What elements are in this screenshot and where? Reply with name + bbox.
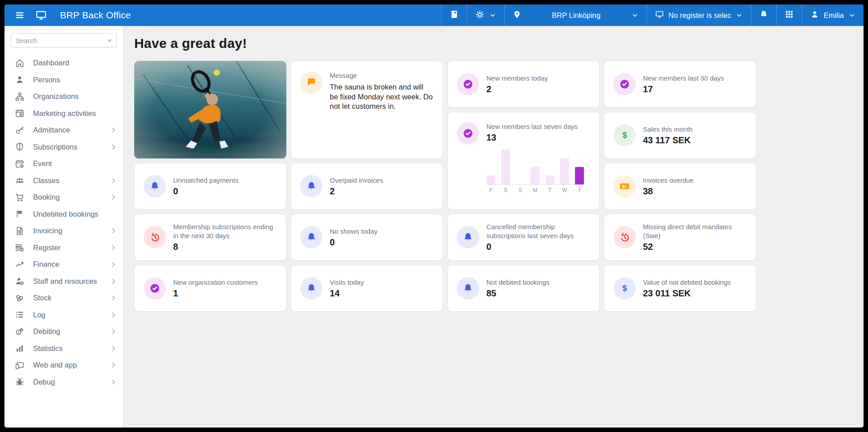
chart-bar <box>575 167 584 184</box>
card-photo <box>134 61 286 158</box>
shield-icon <box>14 141 25 152</box>
card-not-debited-bookings[interactable]: Not debited bookings85 <box>447 265 600 312</box>
dashboard-grid: MessageThe sauna is broken and will be f… <box>134 61 756 312</box>
settings-menu[interactable] <box>467 4 504 26</box>
card-value: 14 <box>330 288 434 299</box>
sidebar-item-stock[interactable]: Stock <box>4 290 123 307</box>
sidebar-item-event[interactable]: Event <box>4 155 123 172</box>
card-title: Not debited bookings <box>486 278 590 287</box>
sidebar-item-invoicing[interactable]: Invoicing <box>4 222 123 240</box>
sidebar-item-label: Staff and resources <box>33 277 110 286</box>
sidebar-item-label: Marketing activities <box>33 109 117 118</box>
chart-bar-label: W <box>560 187 569 193</box>
flag-icon <box>14 209 25 219</box>
card-value: 43 117 SEK <box>643 135 747 145</box>
sidebar-item-debug[interactable]: Debug <box>4 374 123 391</box>
card-invoices-overdue[interactable]: $= Invoices overdue38 <box>604 163 756 210</box>
sidebar-item-web-and-app[interactable]: Web and app <box>4 357 123 374</box>
card-cancelled-membership-subscriptions[interactable]: Cancelled membership subscriptions last … <box>447 214 600 261</box>
check-circle-icon <box>457 122 479 145</box>
sidebar-item-label: Finance <box>33 260 110 269</box>
sidebar-item-label: Organizations <box>33 92 117 101</box>
sidebar-item-finance[interactable]: Finance <box>4 256 123 273</box>
history-icon <box>144 226 166 248</box>
manual-button[interactable] <box>441 4 467 26</box>
search-input[interactable] <box>11 33 117 47</box>
card-membership-subscriptions-ending[interactable]: Membership subscriptions ending in the n… <box>134 214 286 261</box>
bell-icon <box>457 277 479 299</box>
sidebar-item-label: Undebited bookings <box>33 210 117 218</box>
sidebar-item-subscriptions[interactable]: Subscriptions <box>4 139 123 156</box>
card-value: 1 <box>173 288 277 299</box>
chevron-right-icon <box>110 244 117 251</box>
chevron-down-icon <box>106 37 113 46</box>
chevron-down-icon <box>631 12 638 19</box>
sidebar-item-log[interactable]: Log <box>4 307 123 324</box>
facility-selector[interactable]: BRP Linköping <box>504 4 647 26</box>
app-title: BRP Back Office <box>60 10 131 21</box>
notifications-button[interactable] <box>751 4 776 26</box>
cash-register-icon <box>14 242 25 253</box>
card-title: Unmatched payments <box>173 176 277 184</box>
sidebar-item-organizations[interactable]: Organizations <box>4 88 123 105</box>
card-new-members-last-seven-days[interactable]: New members last seven days13 FSSMTWT <box>447 112 600 210</box>
sidebar-item-booking[interactable]: Booking <box>4 189 123 206</box>
card-title: Value of not debited bookings <box>643 278 747 287</box>
sidebar-item-register[interactable]: Register <box>4 240 123 257</box>
bell-icon <box>300 277 323 299</box>
card-new-members-last-30-days[interactable]: New members last 30 days17 <box>604 61 756 107</box>
key-icon <box>14 125 25 136</box>
page-title: Have a great day! <box>134 36 853 51</box>
card-no-shows-today[interactable]: No shows today0 <box>291 214 443 261</box>
card-new-members-today[interactable]: New members today2 <box>447 61 600 107</box>
sidebar-item-persons[interactable]: Persons <box>4 72 123 89</box>
sidebar-item-debiting[interactable]: 21Debiting <box>4 323 123 340</box>
sidebar-item-classes[interactable]: Classes <box>4 172 123 189</box>
chart-bar <box>501 150 510 184</box>
coins-icon: 21 <box>14 326 25 337</box>
card-new-organization-customers[interactable]: New organization customers1 <box>134 265 286 312</box>
card-value: 13 <box>486 133 590 143</box>
menu-button[interactable] <box>11 6 29 24</box>
chevron-right-icon <box>110 144 117 150</box>
check-circle-icon <box>457 73 479 95</box>
card-overpaid-invoices[interactable]: Overpaid invoices2 <box>291 163 443 210</box>
card-title: Visits today <box>330 278 434 287</box>
sidebar-item-marketing-activities[interactable]: Marketing activities <box>4 105 123 122</box>
card-title: Overpaid invoices <box>330 176 434 184</box>
cart-icon <box>14 192 25 203</box>
boxes-icon <box>14 293 25 304</box>
org-icon <box>14 91 25 102</box>
sidebar-item-statistics[interactable]: Statistics <box>4 340 123 357</box>
card-message[interactable]: MessageThe sauna is broken and will be f… <box>291 61 443 158</box>
chevron-right-icon <box>110 312 117 318</box>
sidebar: DashboardPersonsOrganizationsMarketing a… <box>4 26 123 428</box>
chevron-right-icon <box>110 261 117 268</box>
check-circle-icon <box>613 73 636 95</box>
sidebar-item-undebited-bookings[interactable]: Undebited bookings <box>4 206 123 223</box>
register-selector[interactable]: No register is selec <box>647 4 751 26</box>
bell-icon <box>457 226 479 248</box>
photo-vignette <box>134 61 286 158</box>
card-sales-this-month[interactable]: $ Sales this month43 117 SEK <box>604 112 756 158</box>
sidebar-item-staff-and-resources[interactable]: Staff and resources <box>4 273 123 290</box>
history-icon <box>613 226 636 248</box>
user-menu[interactable]: Emilia <box>802 4 864 26</box>
apps-grid-button[interactable] <box>776 4 802 26</box>
card-value: 0 <box>173 186 277 197</box>
chevron-right-icon <box>110 227 117 234</box>
chat-icon <box>300 71 323 94</box>
card-title: No shows today <box>330 227 434 235</box>
chart-bar <box>486 175 495 184</box>
card-visits-today[interactable]: Visits today14 <box>291 265 443 312</box>
card-unmatched-payments[interactable]: Unmatched payments0 <box>134 163 286 210</box>
svg-text:$: $ <box>622 283 627 293</box>
sidebar-item-dashboard[interactable]: Dashboard <box>4 55 123 72</box>
register-monitor-icon <box>655 10 664 21</box>
card-title: New members last seven days <box>486 122 590 131</box>
user-label: Emilia <box>824 11 844 20</box>
sidebar-item-admittance[interactable]: Admittance <box>4 122 123 139</box>
sidebar-search <box>11 33 117 47</box>
card-missing-direct-debit-mandates[interactable]: Missing direct debit mandates (Swe)52 <box>604 214 756 261</box>
card-value-of-not-debited-bookings[interactable]: $ Value of not debited bookings23 011 SE… <box>604 265 756 312</box>
